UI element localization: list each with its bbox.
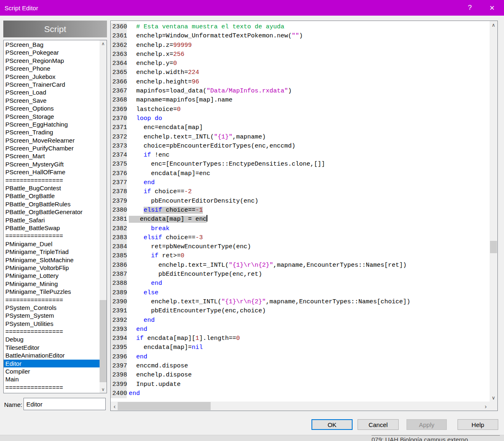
list-item[interactable]: ================ [4, 232, 100, 240]
line-number: 2381 [111, 215, 127, 224]
list-item[interactable]: PScreen_Trading [4, 128, 100, 136]
line-number: 2363 [111, 50, 127, 59]
line-number: 2377 [111, 178, 127, 187]
code-line: 2376 encdata[map]=enc [111, 169, 490, 178]
list-item[interactable]: PBattle_BattleSwap [4, 224, 100, 232]
list-item[interactable]: PScreen_Jukebox [4, 73, 100, 81]
list-item[interactable]: PBattle_OrgBattleGenerator [4, 208, 100, 216]
list-item[interactable]: PBattle_OrgBattle [4, 192, 100, 200]
code-line: 2400end [111, 389, 490, 398]
list-item[interactable]: PScreen_Storage [4, 113, 100, 120]
code-line: 2394 if encdata[map][1].length==0 [111, 334, 490, 343]
line-number: 2373 [111, 142, 127, 151]
code-line: 2384 ret=pbNewEncounterType(enc) [111, 242, 490, 252]
list-item[interactable]: PScreen_TrainerCard [4, 81, 100, 88]
list-item[interactable]: PSystem_Utilities [4, 320, 100, 328]
list-item[interactable]: BattleAnimationEditor [4, 351, 100, 359]
code-line: 2399 Input.update [111, 380, 490, 389]
list-item[interactable]: Main [4, 375, 100, 383]
scroll-down-icon[interactable]: ∨ [100, 386, 107, 393]
list-item[interactable]: PScreen_Options [4, 104, 100, 112]
list-item[interactable]: PScreen_MoveRelearner [4, 136, 100, 144]
list-item[interactable]: PScreen_PurifyChamber [4, 144, 100, 152]
ok-button[interactable]: OK [311, 419, 353, 430]
list-item[interactable]: PBattle_BugContest [4, 184, 100, 192]
line-number: 2395 [111, 343, 127, 352]
list-item[interactable]: PMinigame_SlotMachine [4, 256, 100, 264]
list-item[interactable]: PMinigame_TilePuzzles [4, 288, 100, 296]
name-input[interactable] [23, 398, 106, 410]
list-item[interactable]: PSystem_System [4, 312, 100, 319]
line-number: 2376 [111, 169, 127, 178]
list-item[interactable]: PScreen_Load [4, 88, 100, 96]
line-number: 2397 [111, 362, 127, 371]
list-item[interactable]: Editor [4, 360, 100, 367]
code-line: 2380 elsif choice==-1 [111, 206, 490, 215]
line-number: 2366 [111, 78, 127, 87]
editor-vertical-scrollbar[interactable]: ∧ ∨ [490, 21, 497, 402]
list-item[interactable]: ================ [4, 328, 100, 335]
scroll-right-icon[interactable]: › [482, 402, 490, 411]
line-number: 2361 [111, 32, 127, 41]
list-scrollbar-thumb[interactable] [100, 300, 107, 382]
scrollbar-corner [490, 402, 497, 411]
line-number: 2372 [111, 133, 127, 142]
scroll-down-icon[interactable]: ∨ [490, 394, 497, 402]
code-line: 2381 encdata[map] = enc [111, 215, 490, 224]
line-number: 2392 [111, 316, 127, 325]
list-item[interactable]: ================ [4, 383, 100, 391]
editor-vscroll-thumb[interactable] [490, 241, 497, 253]
code-line: 2374 if !enc [111, 151, 490, 160]
list-item[interactable]: PScreen_Save [4, 97, 100, 104]
list-item[interactable]: ================ [4, 296, 100, 304]
code-lines[interactable]: 2360 # Esta ventana muestra el texto de … [111, 23, 490, 398]
line-number: 2375 [111, 160, 127, 169]
list-item[interactable]: Compiler [4, 367, 100, 375]
line-number: 2391 [111, 307, 127, 316]
list-item[interactable]: PBattle_OrgBattleRules [4, 200, 100, 208]
list-item[interactable]: PMinigame_Duel [4, 240, 100, 248]
list-item[interactable]: PMinigame_VoltorbFlip [4, 264, 100, 272]
scroll-up-icon[interactable]: ∧ [490, 21, 497, 29]
editor-hscroll-thumb[interactable] [118, 402, 211, 410]
list-item[interactable]: PScreen_Bag [4, 41, 100, 48]
list-item[interactable]: PScreen_MysteryGift [4, 160, 100, 168]
scroll-up-icon[interactable]: ∧ [100, 40, 107, 47]
list-item[interactable]: PSystem_Controls [4, 304, 100, 312]
editor-horizontal-scrollbar[interactable]: ‹ › [111, 402, 490, 411]
list-item[interactable]: PMinigame_Mining [4, 280, 100, 288]
list-scrollbar[interactable]: ∧ ∨ [100, 40, 107, 393]
list-item[interactable]: ================ [4, 176, 100, 184]
code-line: 2393 end [111, 325, 490, 334]
code-line: 2398 enchelp.dispose [111, 371, 490, 380]
help-button[interactable]: Help [458, 419, 498, 430]
help-icon[interactable]: ? [460, 0, 480, 16]
background-window-strip: 079: UAH Biología campus externo [0, 435, 504, 441]
cancel-button[interactable]: Cancel [358, 419, 399, 430]
script-panel-header: Script [3, 21, 107, 37]
code-line: 2396 end [111, 353, 490, 362]
code-editor[interactable]: 2360 # Esta ventana muestra el texto de … [110, 21, 498, 411]
code-line: 2368 mapname=mapinfos[map].name [111, 96, 490, 105]
list-item[interactable]: Debug [4, 335, 100, 343]
close-icon[interactable]: ✕ [480, 0, 504, 16]
code-line: 2375 enc=[EncounterTypes::EnctypeDensiti… [111, 160, 490, 169]
list-item[interactable]: TilesetEditor [4, 344, 100, 351]
code-line: 2383 elsif choice==-3 [111, 233, 490, 242]
line-number: 2365 [111, 68, 127, 77]
list-item[interactable]: PMinigame_TripleTriad [4, 248, 100, 256]
list-item[interactable]: PScreen_Pokegear [4, 48, 100, 56]
line-number: 2388 [111, 279, 127, 288]
list-item[interactable]: PScreen_HallOfFame [4, 168, 100, 176]
list-item[interactable]: PScreen_Mart [4, 152, 100, 160]
code-line: 2395 encdata[map]=nil [111, 343, 490, 352]
list-item[interactable]: PScreen_RegionMap [4, 57, 100, 65]
list-item[interactable]: PScreen_EggHatching [4, 120, 100, 128]
list-item[interactable]: PMinigame_Lottery [4, 272, 100, 279]
line-number: 2399 [111, 380, 127, 389]
list-item[interactable]: PScreen_Phone [4, 65, 100, 72]
line-number: 2364 [111, 59, 127, 68]
list-item[interactable]: PBattle_Safari [4, 216, 100, 224]
script-list[interactable]: PScreen_BagPScreen_PokegearPScreen_Regio… [3, 40, 107, 393]
line-number: 2378 [111, 187, 127, 196]
